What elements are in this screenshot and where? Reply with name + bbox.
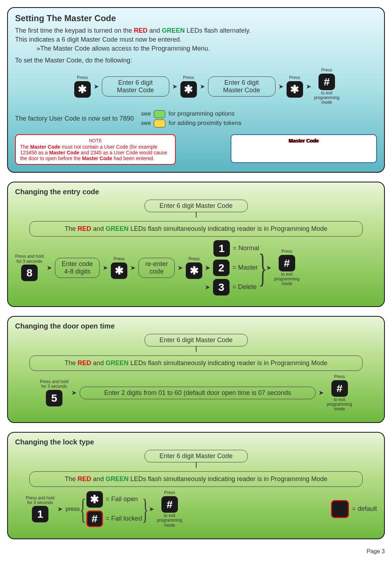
arrow-icon: ➤ — [103, 264, 108, 272]
key-1: 1 — [32, 506, 48, 522]
arrow-icon: ➤ — [278, 83, 284, 90]
arrow-icon: ➤ — [306, 83, 311, 90]
section3-title: Changing the door open time — [15, 322, 377, 330]
key-1: 1 — [213, 240, 230, 257]
section1-title: Setting The Master Code — [15, 13, 377, 23]
exit-label: to exit programming mode — [157, 513, 183, 528]
section1-intro3: »The Master Code allows access to the Pr… — [37, 45, 377, 52]
arrow-icon: ➤ — [94, 83, 99, 90]
press-label: Press — [189, 257, 200, 262]
section2-title: Changing the entry code — [15, 188, 377, 196]
entry-code-sequence: Press and hold for 3 seconds 8 ➤ Enter c… — [15, 240, 377, 295]
brace-open-icon: { — [80, 499, 86, 519]
setting-master-code-panel: Setting The Master Code The first time t… — [7, 7, 385, 173]
star-key: ✱ — [180, 81, 197, 98]
arrow-icon: ➤ — [130, 264, 136, 272]
factory-code-text: The factory User Code is now set to 7890 — [15, 115, 134, 122]
default-chip-icon — [331, 500, 349, 518]
changing-door-open-time-panel: Changing the door open time Enter 6 digi… — [7, 316, 385, 423]
note-title: NOTE — [20, 138, 171, 143]
section1-intro4: To set the Master Code, do the following… — [15, 57, 377, 64]
press-label: Press — [334, 374, 345, 379]
enter-master-pill: Enter 6 digit Master Code — [145, 334, 248, 346]
arrow-icon: ➤ — [172, 83, 178, 90]
connector-line — [196, 212, 197, 218]
section1-intro2: This indicates a 6 digit Master Code mus… — [15, 36, 377, 43]
hold-label: Press and hold for 3 seconds — [26, 496, 55, 505]
green-chip-icon — [154, 110, 165, 118]
press-word: press — [66, 506, 80, 512]
arrow-icon: ➤ — [200, 83, 205, 90]
master-code-box: Master Code — [231, 134, 377, 163]
enter-master-pill: Enter 6 digit Master Code — [145, 200, 248, 212]
exit-label: to exit programming mode — [274, 272, 300, 286]
fail-locked-label: = Fail locked — [106, 515, 142, 522]
normal-label: = Normal — [233, 244, 259, 252]
press-label: Press — [77, 75, 88, 80]
arrow-icon: ➤ — [318, 389, 324, 397]
page-number: Page 3 — [7, 548, 385, 555]
enter-master-code-pill: Enter 6 digit Master Code — [208, 76, 275, 97]
press-label: Press — [164, 490, 175, 495]
exit-label: to exit programming mode — [314, 91, 340, 105]
section1-intro1: The first time the keypad is turned on t… — [15, 27, 377, 34]
press-label: Press — [183, 75, 194, 80]
master-label: = Master — [232, 264, 258, 271]
connector-line — [196, 462, 197, 468]
arrow-icon: ➤ — [149, 505, 154, 513]
exit-label: to exit programming mode — [327, 397, 352, 412]
key-8: 8 — [21, 265, 38, 281]
changing-lock-type-panel: Changing the lock type Enter 6 digit Mas… — [7, 432, 385, 539]
master-code-sequence: Press ✱ ➤ Enter 6 digit Master Code ➤ Pr… — [37, 68, 377, 105]
programming-mode-banner: The RED and GREEN LEDs flash simultaneou… — [29, 355, 363, 371]
hash-key: # — [161, 496, 178, 513]
note-box: NOTE The Master Code must not contain a … — [15, 134, 176, 165]
section4-title: Changing the lock type — [15, 438, 377, 446]
arrow-icon: ➤ — [47, 264, 52, 272]
connector-line — [196, 346, 197, 352]
brace-close-icon: } — [142, 499, 148, 519]
arrow-icon: ➤ — [205, 283, 210, 291]
programming-mode-banner: The RED and GREEN LEDs flash simultaneou… — [29, 221, 363, 237]
key-2: 2 — [213, 260, 230, 276]
press-label: Press — [321, 68, 332, 73]
lock-type-sequence: Press and hold for 3 seconds 1 ➤ press {… — [26, 490, 377, 528]
star-key: ✱ — [287, 81, 303, 98]
press-label: Press — [114, 257, 125, 262]
arrow-icon: ➤ — [57, 505, 63, 513]
reenter-code-pill: re-enter code — [138, 258, 175, 278]
hash-key: # — [279, 255, 295, 271]
hash-key: # — [331, 380, 348, 397]
enter-master-code-pill: Enter 6 digit Master Code — [102, 76, 169, 97]
enter-master-pill: Enter 6 digit Master Code — [145, 450, 248, 462]
delete-label: = Delete — [232, 283, 257, 291]
yellow-chip-icon — [154, 120, 165, 127]
star-key: ✱ — [111, 262, 127, 279]
door-time-sequence: Press and hold for 3 seconds 5 ➤ Enter 2… — [15, 374, 377, 412]
enter-digits-pill: Enter 2 digits from 01 to 60 (default do… — [80, 387, 316, 399]
brace-icon: } — [258, 252, 267, 284]
programming-mode-banner: The RED and GREEN LEDs flash simultaneou… — [29, 471, 363, 487]
arrow-icon: ➤ — [178, 264, 183, 272]
hold-label: Press and hold for 3 seconds — [15, 254, 44, 264]
enter-code-pill: Enter code 4-8 digits — [55, 258, 100, 278]
press-label: Press — [282, 249, 293, 254]
hash-key: # — [318, 74, 335, 90]
changing-entry-code-panel: Changing the entry code Enter 6 digit Ma… — [7, 182, 385, 307]
arrow-icon: ➤ — [205, 264, 210, 272]
key-3: 3 — [213, 279, 230, 295]
fail-open-label: = Fail open — [106, 495, 138, 503]
master-code-box-title: Master Code — [289, 138, 319, 144]
key-5: 5 — [46, 390, 62, 406]
default-label: = default — [352, 505, 377, 513]
arrow-icon: ➤ — [71, 389, 77, 397]
star-key: ✱ — [74, 81, 91, 98]
star-key: ✱ — [186, 262, 202, 279]
hash-key-default: # — [86, 511, 103, 527]
star-key: ✱ — [86, 491, 103, 508]
hold-label: Press and hold for 3 seconds — [40, 379, 69, 389]
press-label: Press — [289, 75, 300, 80]
